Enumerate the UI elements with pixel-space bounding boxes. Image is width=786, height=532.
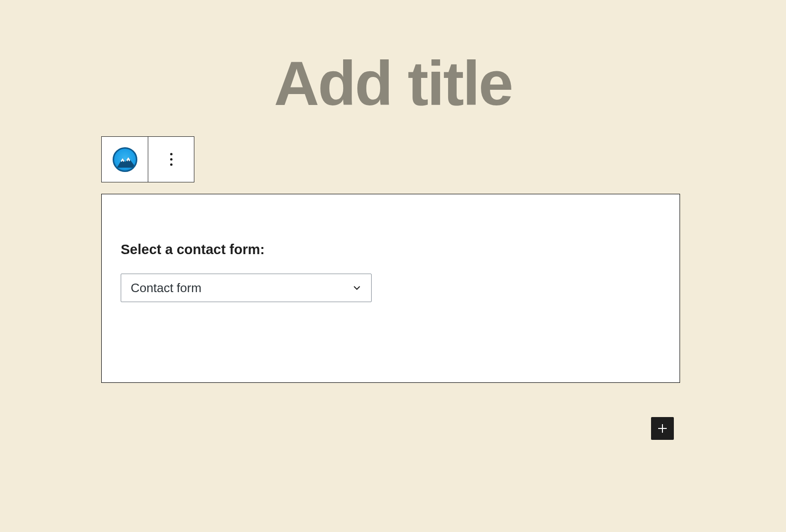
contact-form-select[interactable]: Contact form	[121, 274, 372, 302]
title-input[interactable]	[155, 48, 631, 119]
add-block-button[interactable]	[651, 417, 674, 440]
more-options-button[interactable]	[148, 137, 194, 182]
chevron-down-icon	[352, 283, 362, 293]
block-label: Select a contact form:	[121, 242, 661, 257]
block-type-button[interactable]	[102, 137, 148, 182]
more-vertical-icon	[170, 153, 173, 166]
mountain-icon	[113, 147, 137, 172]
plus-icon	[656, 422, 669, 435]
contact-form-block: Select a contact form: Contact form	[101, 194, 680, 383]
select-value: Contact form	[131, 281, 352, 295]
block-toolbar	[101, 136, 194, 182]
